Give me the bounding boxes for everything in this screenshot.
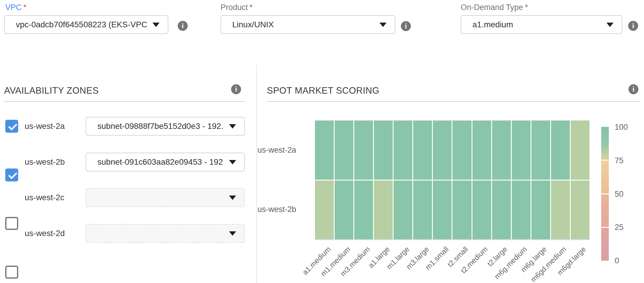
heatmap-cell-us-west-2a-m1.large[interactable] [394,121,412,180]
section-divider [256,65,257,283]
colorbar-tick-label: 25 [615,222,641,232]
heatmap-cell-us-west-2b-m1.small[interactable] [433,181,452,240]
ondemand-type-label: On-Demand Type* [461,2,528,12]
chevron-down-icon [229,124,236,129]
subnet-select-us-west-2c[interactable] [86,188,245,207]
chevron-down-icon [229,196,236,200]
heatmap-cell-us-west-2b-m6gd.medium[interactable] [551,181,570,240]
heatmap-row-label: us-west-2b [243,205,296,214]
heatmap-cell-us-west-2b-t2.medium[interactable] [472,181,491,240]
chevron-down-icon [379,23,387,27]
vpc-label-text: VPC [5,3,22,12]
spot-market-scoring-title: SPOT MARKET SCORING [267,85,379,96]
subnet-select-value: subnet-09888f7be5152d0e3 - 192.168… [97,122,223,131]
heatmap-cell-us-west-2a-t2.large[interactable] [492,121,511,180]
heatmap-cell-us-west-2a-m6gd.large[interactable] [571,121,589,180]
heatmap-cell-us-west-2b-m3.medium[interactable] [354,181,373,240]
product-label: Product* [221,2,253,12]
colorbar-segment [601,194,609,227]
heatmap-cell-us-west-2b-m6g.medium[interactable] [512,181,531,240]
spot-market-scoring-divider [267,101,640,102]
product-label-text: Product [221,3,248,12]
heatmap-cell-us-west-2a-m6gd.medium[interactable] [551,121,570,180]
vpc-label: VPC* [5,2,26,12]
colorbar-tick-label: 75 [615,156,641,166]
colorbar-segment [601,161,609,193]
zone-checkbox-us-west-2a[interactable] [5,120,18,133]
heatmap-cell-us-west-2b-a1.large[interactable] [374,181,393,240]
zone-label: us-west-2b [25,157,65,167]
subnet-select-value: subnet-091c603aa82e09453 - 192.168… [97,157,223,167]
heatmap-grid [315,120,589,240]
heatmap-cell-us-west-2a-m3.large[interactable] [413,121,432,180]
heatmap-cell-us-west-2a-m3.medium[interactable] [354,121,373,180]
vpc-select[interactable]: vpc-0adcb70f645508223 (EKS-VPC) [4,15,168,34]
required-asterisk: * [525,3,528,12]
availability-zones-info-icon[interactable]: i [231,84,241,94]
heatmap-cell-us-west-2a-t2.medium[interactable] [472,121,491,180]
subnet-select-us-west-2d[interactable] [86,224,245,243]
zone-label: us-west-2c [25,192,64,203]
chevron-down-icon [152,23,160,27]
heatmap-cell-us-west-2b-m6gd.large[interactable] [571,181,589,240]
heatmap-cell-us-west-2a-t2.small[interactable] [453,121,471,180]
ondemand-type-label-text: On-Demand Type [461,3,523,12]
availability-zones-divider [4,101,245,102]
spot-market-config-page: VPC* vpc-0adcb70f645508223 (EKS-VPC) i P… [0,0,644,283]
zone-label: us-west-2d [25,228,65,239]
ondemand-type-select[interactable]: a1.medium [461,15,622,34]
product-info-icon[interactable]: i [401,21,411,31]
required-asterisk: * [23,3,27,12]
zone-checkbox-us-west-2d[interactable] [5,266,18,279]
subnet-select-us-west-2b[interactable]: subnet-091c603aa82e09453 - 192.168… [86,153,245,171]
product-select-value: Linux/UNIX [232,20,274,29]
colorbar [601,127,609,261]
vpc-info-icon[interactable]: i [178,21,188,31]
heatmap-cell-us-west-2b-m6g.large[interactable] [531,181,550,240]
colorbar-tick-label: 50 [615,189,641,199]
zone-checkbox-us-west-2c[interactable] [5,217,18,230]
heatmap-cell-us-west-2b-m3.large[interactable] [413,181,432,240]
heatmap-cell-us-west-2b-a1.medium[interactable] [315,181,334,240]
chevron-down-icon [229,231,236,236]
heatmap-cell-us-west-2a-a1.medium[interactable] [315,121,334,180]
heatmap-cell-us-west-2a-m6g.large[interactable] [531,121,550,180]
subnet-select-us-west-2a[interactable]: subnet-09888f7be5152d0e3 - 192.168… [86,117,245,136]
ondemand-type-info-icon[interactable]: i [628,21,638,31]
heatmap-cell-us-west-2b-m1.medium[interactable] [335,181,353,240]
heatmap-cell-us-west-2b-m1.large[interactable] [394,181,412,240]
zone-label: us-west-2a [25,121,65,132]
vpc-select-value: vpc-0adcb70f645508223 (EKS-VPC) [16,20,147,29]
chevron-down-icon [606,23,614,27]
required-asterisk: * [250,3,253,12]
colorbar-segment [601,228,609,261]
heatmap-cell-us-west-2b-t2.small[interactable] [453,181,471,240]
heatmap-cell-us-west-2a-a1.large[interactable] [374,121,393,180]
colorbar-tick-label: 100 [615,122,641,132]
colorbar-segment [601,127,609,160]
heatmap-cell-us-west-2a-m6g.medium[interactable] [512,121,531,180]
chevron-down-icon [229,160,236,164]
product-select[interactable]: Linux/UNIX [221,15,395,34]
colorbar-tick-label: 0 [615,256,641,266]
zone-checkbox-us-west-2b[interactable] [5,169,18,181]
availability-zones-title: AVAILABILITY ZONES [4,85,99,96]
heatmap-cell-us-west-2a-m1.small[interactable] [433,121,452,180]
heatmap-row-label: us-west-2a [243,146,296,155]
spot-market-scoring-info-icon[interactable]: i [628,84,638,94]
heatmap-cell-us-west-2b-t2.large[interactable] [492,181,511,240]
ondemand-type-select-value: a1.medium [472,20,513,29]
heatmap-cell-us-west-2a-m1.medium[interactable] [335,121,353,180]
